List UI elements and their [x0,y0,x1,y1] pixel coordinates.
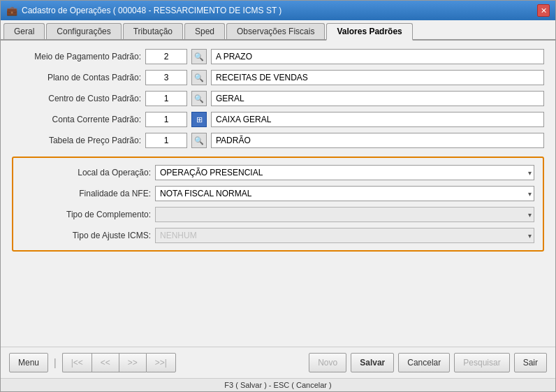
input-meio-pagamento[interactable] [145,49,187,64]
salvar-button[interactable]: Salvar [351,353,394,372]
menu-button[interactable]: Menu [9,353,48,372]
row-tipo-ajuste-icms: Tipo de Ajuste ICMS: NENHUM ▾ [22,228,534,243]
row-finalidade-nfe: Finalidade da NFE: NOTA FISCAL NORMAL NO… [22,186,534,201]
nav-next-button[interactable]: >> [119,353,146,372]
text-tabela-preco[interactable] [211,133,544,148]
select-tipo-ajuste-icms[interactable]: NENHUM [155,228,534,243]
text-conta-corrente[interactable] [211,112,544,127]
label-tipo-ajuste-icms: Tipo de Ajuste ICMS: [22,231,151,240]
title-bar: 💼 Cadastro de Operações ( 000048 - RESSA… [1,1,555,20]
tab-sped[interactable]: Sped [184,23,225,39]
cancelar-button[interactable]: Cancelar [398,353,450,372]
input-tabela-preco[interactable] [145,133,187,148]
label-tabela-preco: Tabela de Preço Padrão: [12,136,141,145]
tab-tributacao[interactable]: Tributação [123,23,183,39]
main-window: 💼 Cadastro de Operações ( 000048 - RESSA… [0,0,556,392]
row-plano-contas: Plano de Contas Padrão: 🔍 [12,70,544,85]
tab-geral[interactable]: Geral [3,23,45,39]
search-btn-tabela-preco[interactable]: 🔍 [191,133,207,148]
search-btn-meio-pagamento[interactable]: 🔍 [191,49,207,64]
row-tabela-preco: Tabela de Preço Padrão: 🔍 [12,133,544,148]
tab-valores-padroes[interactable]: Valores Padrões [326,23,412,41]
input-conta-corrente[interactable] [145,112,187,127]
footer-bar: Menu | |<< << >> >>| Novo Salvar Cancela… [1,347,555,378]
tab-observacoes-fiscais[interactable]: Observações Fiscais [226,23,325,39]
bordered-section: Local da Operação: OPERAÇÃO PRESENCIAL O… [12,157,544,252]
close-button[interactable]: ✕ [537,4,550,17]
label-conta-corrente: Conta Corrente Padrão: [12,115,141,124]
input-plano-contas[interactable] [145,70,187,85]
label-local-operacao: Local da Operação: [22,168,151,177]
text-plano-contas[interactable] [211,70,544,85]
novo-button[interactable]: Novo [309,353,346,372]
label-finalidade-nfe: Finalidade da NFE: [22,189,151,198]
nav-last-button[interactable]: >>| [146,353,176,372]
search-btn-centro-custo[interactable]: 🔍 [191,91,207,106]
sair-button[interactable]: Sair [514,353,547,372]
row-local-operacao: Local da Operação: OPERAÇÃO PRESENCIAL O… [22,165,534,180]
nav-first-button[interactable]: |<< [62,353,92,372]
label-centro-custo: Centro de Custo Padrão: [12,94,141,103]
row-meio-pagamento: Meio de Pagamento Padrão: 🔍 [12,49,544,64]
row-centro-custo: Centro de Custo Padrão: 🔍 [12,91,544,106]
select-local-operacao[interactable]: OPERAÇÃO PRESENCIAL OPERAÇÃO NÃO PRESENC… [155,165,534,180]
row-conta-corrente: Conta Corrente Padrão: ⊞ [12,112,544,127]
tab-configuracoes[interactable]: Configurações [46,23,121,39]
nav-group: |<< << >> >>| [62,353,176,372]
window-icon: 💼 [6,6,17,16]
separator-1: | [54,357,57,368]
search-btn-conta-corrente[interactable]: ⊞ [191,112,207,127]
nav-prev-button[interactable]: << [92,353,119,372]
text-meio-pagamento[interactable] [211,49,544,64]
label-plano-contas: Plano de Contas Padrão: [12,73,141,82]
main-content: Meio de Pagamento Padrão: 🔍 Plano de Con… [1,41,555,347]
row-tipo-complemento: Tipo de Complemento: ▾ [22,207,534,222]
label-tipo-complemento: Tipo de Complemento: [22,210,151,219]
window-title: Cadastro de Operações ( 000048 - RESSARC… [22,6,281,15]
label-meio-pagamento: Meio de Pagamento Padrão: [12,52,141,61]
select-finalidade-nfe[interactable]: NOTA FISCAL NORMAL NOTA FISCAL COMPLEMEN… [155,186,534,201]
text-centro-custo[interactable] [211,91,544,106]
select-tipo-complemento[interactable] [155,207,534,222]
tab-bar: Geral Configurações Tributação Sped Obse… [1,20,555,41]
input-centro-custo[interactable] [145,91,187,106]
search-btn-plano-contas[interactable]: 🔍 [191,70,207,85]
status-bar: F3 ( Salvar ) - ESC ( Cancelar ) [1,378,555,391]
status-text: F3 ( Salvar ) - ESC ( Cancelar ) [224,381,331,389]
pesquisar-button[interactable]: Pesquisar [454,353,509,372]
